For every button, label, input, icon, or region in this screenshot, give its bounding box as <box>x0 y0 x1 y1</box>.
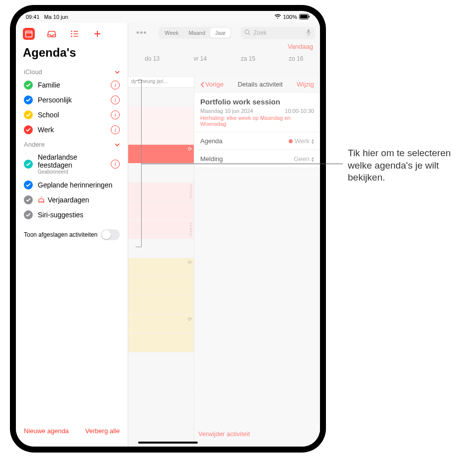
callout-bracket <box>136 80 142 247</box>
section-header[interactable]: iCloud <box>16 65 128 78</box>
seg-month[interactable]: Maand <box>183 28 210 38</box>
mic-icon[interactable] <box>306 29 311 37</box>
days-header: do 13 vr 14 za 15 zo 16 <box>128 53 320 65</box>
svg-rect-16 <box>308 29 310 33</box>
declined-toggle[interactable] <box>101 229 120 240</box>
calendar-label: Werk <box>38 126 106 134</box>
svg-rect-3 <box>26 31 32 37</box>
slot[interactable] <box>128 390 194 409</box>
today-button[interactable]: Vandaag <box>128 41 320 53</box>
detail-header: Vorige Details activiteit Wijzig <box>194 77 320 92</box>
seg-week[interactable]: Week <box>159 28 183 38</box>
slot[interactable] <box>128 276 194 295</box>
day-3[interactable]: zo 16 <box>272 55 320 62</box>
calendar-item[interactable]: Geplande herinneringen <box>16 178 128 192</box>
check-icon <box>24 95 33 104</box>
status-date: Ma 10 jun <box>44 14 68 20</box>
battery-icon <box>299 14 310 20</box>
status-bar: 09:41 Ma 10 jun 100% <box>16 11 320 23</box>
info-icon[interactable]: i <box>111 110 120 119</box>
callout-text: Tik hier om te selecteren welke agenda's… <box>348 147 462 184</box>
home-indicator[interactable] <box>138 442 198 444</box>
screen: 09:41 Ma 10 jun 100% <box>16 11 320 447</box>
check-icon <box>24 181 33 189</box>
info-icon[interactable]: i <box>111 125 120 134</box>
row-value: Geen <box>294 155 310 163</box>
search-field[interactable]: Zoek <box>240 27 315 39</box>
calendar-item[interactable]: Persoonlijki <box>16 92 128 107</box>
chevron-down-icon <box>115 68 120 76</box>
detail-row-alert[interactable]: Melding Geen ▴▾ <box>194 150 320 168</box>
calendar-sublabel: Geabonneerd <box>38 169 106 175</box>
svg-point-6 <box>71 33 73 35</box>
info-icon[interactable]: i <box>111 160 120 169</box>
sidebar-toolbar <box>16 23 128 43</box>
repeat-icon: ⟳ <box>188 260 192 265</box>
search-icon <box>244 29 250 37</box>
status-right: 100% <box>274 14 310 20</box>
delete-event-button[interactable]: Verwijder activiteit <box>128 430 320 438</box>
back-button[interactable]: Vorige <box>200 81 224 88</box>
inbox-icon[interactable] <box>46 28 58 40</box>
edit-button[interactable]: Wijzig <box>297 81 314 88</box>
slot[interactable]: ⟳ <box>128 314 194 333</box>
repeat-icon: ⟳ <box>188 316 192 322</box>
detail-title: Details activiteit <box>238 81 282 88</box>
calendar-label: Siri-suggesties <box>38 211 120 219</box>
battery-percent: 100% <box>283 14 297 20</box>
svg-point-7 <box>71 36 73 37</box>
check-icon <box>24 195 33 204</box>
day-1[interactable]: vr 14 <box>176 55 225 62</box>
event-date: Maandag 10 jun 2024 <box>200 108 253 114</box>
new-calendar-button[interactable]: Nieuwe agenda <box>24 427 69 435</box>
stepper-icon: ▴▾ <box>312 156 314 162</box>
check-icon <box>24 81 33 90</box>
calendar-item[interactable]: Werki <box>16 122 128 137</box>
declined-toggle-label: Toon afgeslagen activiteiten <box>24 231 97 238</box>
search-placeholder: Zoek <box>253 29 267 36</box>
day-0[interactable]: do 13 <box>128 55 176 62</box>
add-icon[interactable] <box>91 28 103 40</box>
svg-point-5 <box>71 31 73 32</box>
back-label: Vorige <box>205 81 224 88</box>
slot[interactable]: ⟳ <box>128 258 194 276</box>
calendar-item[interactable]: Nedarlandse feestdagenGeabonneerdi <box>16 150 128 178</box>
calendar-icon[interactable] <box>23 28 35 40</box>
detail-row-agenda[interactable]: Agenda Werk ▴▾ <box>194 132 320 150</box>
svg-rect-2 <box>309 15 310 17</box>
row-value: Werk <box>295 137 310 145</box>
row-label: Agenda <box>200 137 223 145</box>
callout-line <box>142 164 343 164</box>
event-summary: Portfolio work session Maandag 10 jun 20… <box>194 92 320 132</box>
seg-year[interactable]: Jaar <box>210 28 231 38</box>
event-recurrence: Herhaling: elke week op Maandag en Woens… <box>200 115 314 127</box>
section-name: iCloud <box>24 68 42 76</box>
calendar-label: School <box>38 111 106 119</box>
check-icon <box>24 125 33 134</box>
chevron-down-icon <box>115 140 120 148</box>
section-name: Andere <box>24 141 45 148</box>
calendar-item[interactable]: Verjaardagen <box>16 192 128 207</box>
info-icon[interactable]: i <box>111 81 120 90</box>
slot[interactable] <box>128 295 194 314</box>
calendar-label: Persoonlijk <box>38 96 106 104</box>
calendar-label: Geplande herinneringen <box>38 181 120 189</box>
info-icon[interactable]: i <box>111 95 120 104</box>
calendar-item[interactable]: Siri-suggesties <box>16 207 128 222</box>
svg-rect-1 <box>300 15 308 18</box>
day-2[interactable]: za 15 <box>224 55 272 62</box>
slot[interactable] <box>128 371 194 390</box>
calendar-item[interactable]: Familiei <box>16 78 128 92</box>
slot[interactable] <box>128 333 194 352</box>
hide-all-button[interactable]: Verberg alle <box>85 427 120 435</box>
more-icon[interactable]: ••• <box>133 28 150 38</box>
calendar-label: Verjaardagen <box>48 196 120 204</box>
section-header[interactable]: Andere <box>16 137 128 150</box>
view-segmented-control[interactable]: Week Maand Jaar <box>159 27 232 39</box>
check-icon <box>24 210 33 219</box>
slot[interactable] <box>128 352 194 371</box>
event-time: 10:00-10:30 <box>285 108 314 114</box>
calendar-item[interactable]: Schooli <box>16 107 128 122</box>
list-icon[interactable] <box>69 28 80 40</box>
svg-point-14 <box>245 30 249 34</box>
